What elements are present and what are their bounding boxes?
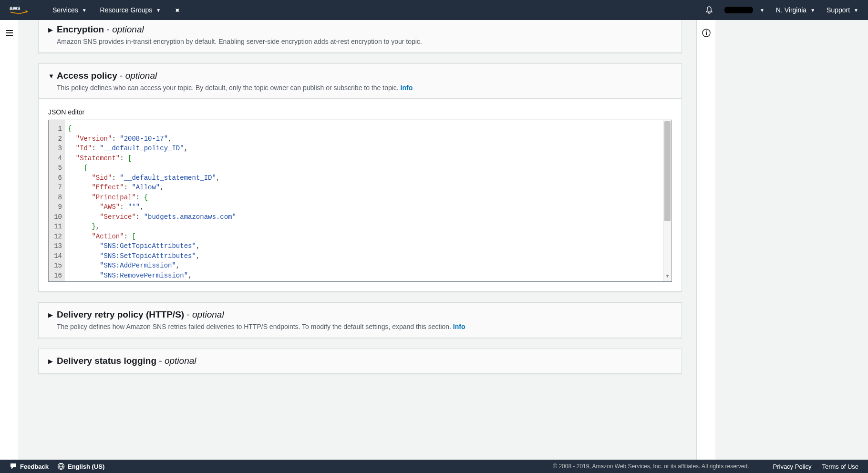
footer-feedback[interactable]: Feedback [10, 463, 49, 470]
panel-encryption-title: Encryption [57, 24, 104, 34]
right-rail [696, 20, 715, 460]
editor-scrollbar[interactable]: ▲ ▼ [663, 120, 672, 281]
aws-logo[interactable]: aws [10, 4, 29, 16]
optional-label: optional [192, 309, 224, 319]
bell-icon [705, 6, 713, 14]
footer-language-label: English (US) [68, 463, 104, 470]
nav-services-label: Services [52, 6, 78, 14]
footer: Feedback English (US) © 2008 - 2019, Ama… [0, 460, 868, 473]
json-editor[interactable]: 12345678910111213141516 { "Version": "20… [48, 120, 672, 282]
optional-label: optional [125, 71, 157, 81]
nav-account[interactable]: ▼ [724, 7, 765, 13]
editor-code-area[interactable]: { "Version": "2008-10-17", "Id": "__defa… [65, 120, 663, 281]
open-help-button[interactable] [702, 29, 711, 460]
nav-resource-groups[interactable]: Resource Groups ▼ [100, 6, 161, 14]
panel-access-policy-desc: This policy defines who can access your … [57, 84, 399, 92]
scrollbar-thumb[interactable] [664, 121, 671, 221]
json-editor-label: JSON editor [48, 108, 672, 116]
panel-encryption-toggle[interactable]: ▶ Encryption - optional [48, 24, 672, 35]
caret-down-icon: ▼ [760, 8, 765, 13]
pin-icon: ✦ [172, 5, 183, 16]
caret-down-icon: ▼ [48, 72, 56, 80]
nav-notifications[interactable] [705, 6, 713, 14]
open-sidebar-button[interactable] [5, 29, 14, 460]
panel-access-policy: ▼ Access policy - optional This policy d… [38, 63, 682, 292]
footer-terms-link[interactable]: Terms of Use [822, 463, 858, 470]
optional-label: optional [165, 356, 196, 366]
panel-delivery-retry: ▶ Delivery retry policy (HTTP/S) - optio… [38, 302, 682, 338]
panel-delivery-retry-desc: The policy defines how Amazon SNS retrie… [57, 323, 451, 330]
caret-down-icon: ▼ [156, 8, 161, 13]
nav-support-label: Support [827, 6, 850, 14]
panel-delivery-status: ▶ Delivery status logging - optional [38, 349, 682, 374]
editor-gutter: 12345678910111213141516 [49, 120, 65, 281]
top-nav: aws Services ▼ Resource Groups ▼ ✦ ▼ N. … [0, 0, 868, 20]
caret-right-icon: ▶ [48, 311, 56, 319]
caret-right-icon: ▶ [48, 26, 56, 33]
footer-language[interactable]: English (US) [57, 463, 104, 470]
caret-down-icon: ▼ [810, 8, 815, 13]
optional-label: optional [112, 24, 144, 34]
hamburger-icon [5, 29, 14, 37]
nav-support[interactable]: Support ▼ [827, 6, 858, 14]
panel-delivery-retry-title: Delivery retry policy (HTTP/S) [57, 309, 184, 319]
svg-point-2 [705, 31, 706, 31]
panel-delivery-retry-toggle[interactable]: ▶ Delivery retry policy (HTTP/S) - optio… [48, 309, 672, 320]
panel-access-policy-title: Access policy [57, 71, 117, 81]
panel-access-policy-toggle[interactable]: ▼ Access policy - optional [48, 71, 672, 81]
svg-rect-3 [706, 32, 707, 35]
scroll-down-icon[interactable]: ▼ [663, 272, 672, 282]
nav-region[interactable]: N. Virginia ▼ [776, 6, 815, 14]
nav-pin[interactable]: ✦ [174, 6, 180, 15]
nav-services[interactable]: Services ▼ [52, 6, 87, 14]
caret-down-icon: ▼ [82, 8, 87, 13]
left-rail [0, 20, 19, 460]
svg-text:aws: aws [10, 5, 21, 11]
footer-feedback-label: Feedback [20, 463, 49, 470]
caret-down-icon: ▼ [854, 8, 858, 13]
nav-rg-label: Resource Groups [100, 6, 153, 14]
footer-privacy-link[interactable]: Privacy Policy [773, 463, 812, 470]
panel-encryption: ▶ Encryption - optional Amazon SNS provi… [38, 20, 682, 53]
main-content[interactable]: ▶ Encryption - optional Amazon SNS provi… [19, 20, 696, 460]
caret-right-icon: ▶ [48, 358, 56, 365]
account-name-redacted [724, 7, 753, 13]
panel-delivery-status-toggle[interactable]: ▶ Delivery status logging - optional [48, 356, 672, 366]
speech-bubble-icon [10, 463, 17, 470]
globe-icon [57, 463, 65, 470]
footer-copyright: © 2008 - 2019, Amazon Web Services, Inc.… [553, 463, 749, 470]
panel-encryption-desc: Amazon SNS provides in-transit encryptio… [57, 38, 672, 45]
info-link[interactable]: Info [453, 323, 465, 330]
nav-region-label: N. Virginia [776, 6, 806, 14]
panel-delivery-status-title: Delivery status logging [57, 356, 156, 366]
info-link[interactable]: Info [401, 84, 413, 92]
info-icon [702, 29, 711, 37]
